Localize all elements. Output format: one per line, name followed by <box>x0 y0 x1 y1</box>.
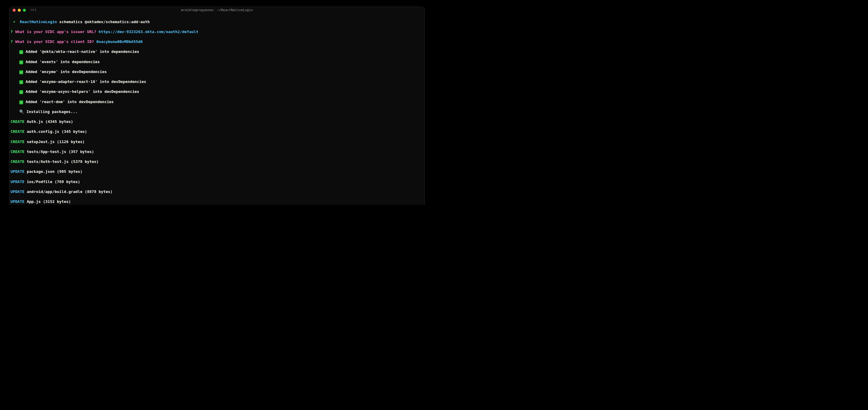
file-path: android/app/build.gradle (8878 bytes) <box>27 190 113 194</box>
file-op-line: UPDATE ios/Podfile (769 bytes) <box>10 179 424 184</box>
added-text: Added 'react-dom' into devDependencies <box>26 100 114 104</box>
added-text: Added 'enzyme-adapter-react-16' into dev… <box>26 79 146 84</box>
update-label: UPDATE <box>10 199 24 204</box>
added-line: ✓ Added 'enzyme' into devDependencies <box>10 69 424 74</box>
file-op-line: CREATE setupJest.js (1126 bytes) <box>10 139 424 145</box>
installing-line: 🔍 Installing packages... <box>10 109 424 114</box>
question-answer: https://dev-9323263.okta.com/oauth2/defa… <box>99 30 198 34</box>
titlebar: ⌥⌘1 mraible@rogueone: ~/ReactNativeLogin <box>10 7 424 13</box>
check-icon: ✓ <box>19 90 23 94</box>
update-label: UPDATE <box>10 179 24 184</box>
terminal-content[interactable]: ➜ ReactNativeLogin schematics @oktadev/s… <box>10 13 424 205</box>
question-text: What is your OIDC app's client ID? <box>15 39 94 44</box>
file-path: ios/Podfile (769 bytes) <box>27 179 80 184</box>
added-line: ✓ Added 'enzyme-adapter-react-16' into d… <box>10 79 424 84</box>
terminal-window: ⌥⌘1 mraible@rogueone: ~/ReactNativeLogin… <box>9 7 425 205</box>
update-label: UPDATE <box>10 169 24 174</box>
tab-shortcut-label: ⌥⌘1 <box>30 8 36 12</box>
file-path: Auth.js (4345 bytes) <box>27 119 73 124</box>
file-op-line: CREATE Auth.js (4345 bytes) <box>10 119 424 125</box>
file-op-line: CREATE tests/Auth-test.js (5378 bytes) <box>10 159 424 164</box>
question-text: What is your OIDC app's issuer URL? <box>15 30 96 34</box>
question-mark-icon: ? <box>10 39 13 44</box>
magnifier-icon: 🔍 <box>19 109 24 114</box>
question-line: ? What is your OIDC app's issuer URL? ht… <box>10 30 424 35</box>
prompt-line: ➜ ReactNativeLogin schematics @oktadev/s… <box>10 20 424 25</box>
file-path: auth.config.js (345 bytes) <box>27 129 87 134</box>
added-text: Added 'enzyme' into devDependencies <box>26 69 107 74</box>
maximize-icon[interactable] <box>23 9 26 12</box>
file-op-line: CREATE auth.config.js (345 bytes) <box>10 129 424 134</box>
create-label: CREATE <box>10 139 24 144</box>
file-op-line: UPDATE android/app/build.gradle (8878 by… <box>10 190 424 195</box>
create-label: CREATE <box>10 149 24 154</box>
file-op-line: UPDATE App.js (3152 bytes) <box>10 199 424 204</box>
check-icon: ✓ <box>19 50 23 54</box>
close-icon[interactable] <box>13 9 16 12</box>
question-answer: 0oacybunw0BvMDbA55d6 <box>96 39 143 44</box>
added-line: ✓ Added 'events' into dependencies <box>10 60 424 65</box>
file-op-line: UPDATE package.json (985 bytes) <box>10 169 424 174</box>
file-path: App.js (3152 bytes) <box>27 199 71 204</box>
check-icon: ✓ <box>19 60 23 64</box>
prompt-arrow-icon: ➜ <box>13 20 16 24</box>
added-line: ✓ Added 'react-dom' into devDependencies <box>10 100 424 105</box>
question-mark-icon: ? <box>10 30 13 34</box>
added-line: ✓ Added 'enzyme-async-helpers' into devD… <box>10 89 424 94</box>
window-title: mraible@rogueone: ~/ReactNativeLogin <box>181 8 253 12</box>
added-text: Added 'enzyme-async-helpers' into devDep… <box>26 89 140 94</box>
create-label: CREATE <box>10 129 24 134</box>
file-path: package.json (985 bytes) <box>27 169 83 174</box>
command-text: schematics @oktadev/schematics:add-auth <box>59 20 150 24</box>
check-icon: ✓ <box>19 70 23 74</box>
file-op-line: CREATE tests/App-test.js (357 bytes) <box>10 149 424 155</box>
added-text: Added '@okta/okta-react-native' into dep… <box>26 49 140 54</box>
create-label: CREATE <box>10 159 24 164</box>
question-line: ? What is your OIDC app's client ID? 0oa… <box>10 39 424 44</box>
prompt-dir: ReactNativeLogin <box>20 20 57 24</box>
create-label: CREATE <box>10 119 24 124</box>
update-label: UPDATE <box>10 190 24 194</box>
check-icon: ✓ <box>19 80 23 84</box>
file-path: tests/Auth-test.js (5378 bytes) <box>27 159 99 164</box>
installing-text: Installing packages... <box>27 109 78 114</box>
traffic-lights <box>13 9 26 12</box>
added-text: Added 'events' into dependencies <box>26 60 100 64</box>
check-icon: ✓ <box>19 100 23 104</box>
added-line: ✓ Added '@okta/okta-react-native' into d… <box>10 49 424 55</box>
file-path: tests/App-test.js (357 bytes) <box>27 149 94 154</box>
minimize-icon[interactable] <box>18 9 21 12</box>
file-path: setupJest.js (1126 bytes) <box>27 139 85 144</box>
